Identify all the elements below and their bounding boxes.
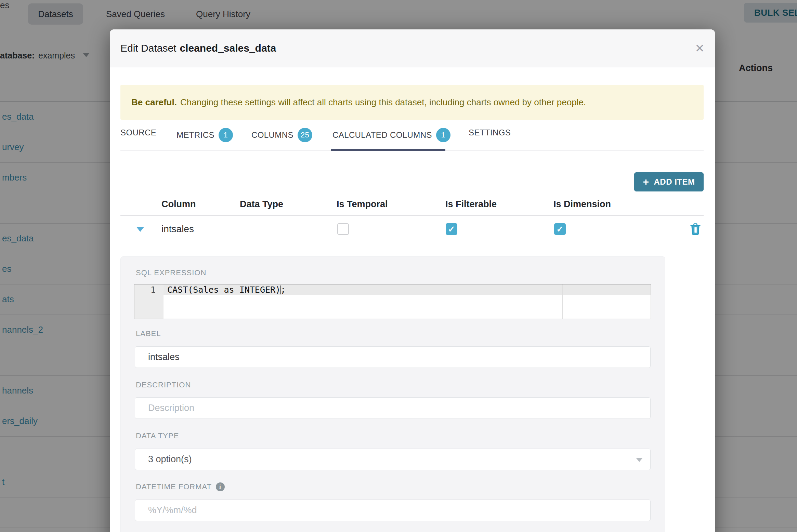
editor-line-number: 1 xyxy=(134,284,156,295)
delete-item-trash-icon[interactable] xyxy=(689,223,702,236)
column-header-is-dimension: Is Dimension xyxy=(553,193,611,215)
editor-text-cursor xyxy=(280,285,281,294)
metrics-count-badge: 1 xyxy=(219,128,233,142)
tab-metrics[interactable]: METRICS 1 xyxy=(177,128,233,142)
sql-expression-code[interactable]: CAST(Sales as INTEGER); xyxy=(167,284,286,295)
column-header-is-filterable: Is Filterable xyxy=(445,193,497,215)
warning-banner: Be careful. Changing these settings will… xyxy=(120,85,704,120)
data-type-select[interactable]: 3 option(s) xyxy=(135,449,651,470)
column-header-column: Column xyxy=(161,193,196,215)
data-type-field-label: DATA TYPE xyxy=(136,431,179,440)
info-icon[interactable]: i xyxy=(216,482,225,491)
grid-header-divider xyxy=(120,215,704,216)
columns-count-badge: 25 xyxy=(298,128,312,142)
edit-dataset-modal: Edit Dataset cleaned_sales_data ✕ Be car… xyxy=(110,29,715,532)
add-item-button[interactable]: + ADD ITEM xyxy=(634,172,704,191)
is-temporal-checkbox[interactable] xyxy=(337,223,349,235)
modal-header: Edit Dataset cleaned_sales_data ✕ xyxy=(110,29,715,67)
description-input[interactable] xyxy=(135,397,651,419)
column-header-data-type: Data Type xyxy=(240,193,283,215)
collapse-row-caret-icon[interactable] xyxy=(136,227,144,232)
sql-expression-editor[interactable]: 1 CAST(Sales as INTEGER); xyxy=(134,284,651,319)
label-input[interactable] xyxy=(135,346,651,368)
description-field-label: DESCRIPTION xyxy=(136,381,191,389)
is-dimension-checkbox[interactable]: ✓ xyxy=(554,223,566,235)
calculated-column-detail-panel: SQL EXPRESSION 1 CAST(Sales as INTEGER);… xyxy=(120,256,665,532)
tab-calculated-columns[interactable]: CALCULATED COLUMNS 1 xyxy=(332,128,450,142)
select-caret-icon xyxy=(636,458,643,462)
active-tab-underline xyxy=(331,149,445,151)
modal-title: Edit Dataset cleaned_sales_data xyxy=(120,29,276,67)
column-header-is-temporal: Is Temporal xyxy=(337,193,388,215)
plus-icon: + xyxy=(643,177,649,187)
datetime-format-input[interactable] xyxy=(135,500,651,521)
datetime-format-field-label: DATETIME FORMAT i xyxy=(136,482,225,491)
close-icon[interactable]: ✕ xyxy=(695,29,705,67)
label-field-label: LABEL xyxy=(136,329,161,338)
tab-settings[interactable]: SETTINGS xyxy=(469,128,511,137)
is-filterable-checkbox[interactable]: ✓ xyxy=(446,223,457,235)
calculated-columns-count-badge: 1 xyxy=(436,128,450,142)
tab-source[interactable]: SOURCE xyxy=(120,128,156,137)
dataset-name: cleaned_sales_data xyxy=(180,42,276,54)
calculated-column-name: intsales xyxy=(161,215,194,243)
tab-columns[interactable]: COLUMNS 25 xyxy=(251,128,312,142)
editor-print-margin xyxy=(562,284,563,319)
sql-expression-label: SQL EXPRESSION xyxy=(136,268,206,277)
